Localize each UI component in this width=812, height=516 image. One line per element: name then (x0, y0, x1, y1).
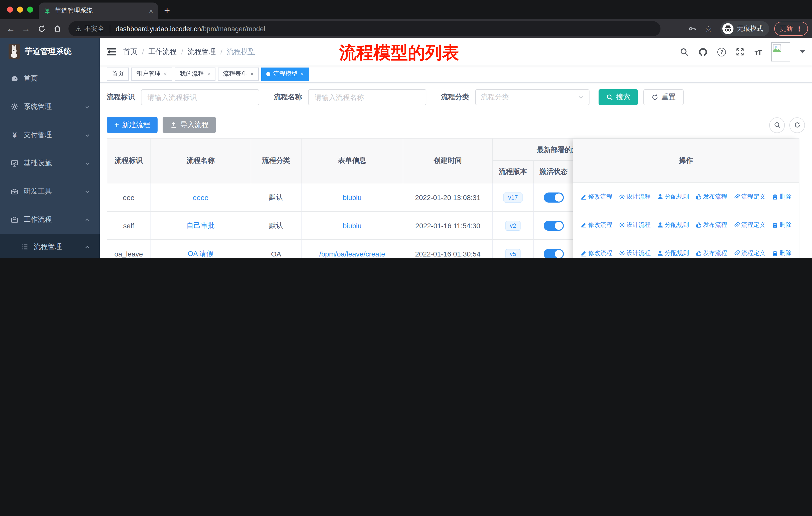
github-icon[interactable] (698, 47, 708, 57)
thumb-up-icon (695, 222, 701, 228)
reload-icon[interactable] (38, 25, 46, 33)
action-delete[interactable]: 删除 (772, 249, 792, 257)
tag-close-icon[interactable]: × (207, 70, 210, 77)
home-icon[interactable] (53, 25, 61, 33)
breadcrumb-home[interactable]: 首页 (123, 47, 138, 56)
tag-process-form[interactable]: 流程表单× (218, 67, 259, 80)
breadcrumb-workflow[interactable]: 工作流程 (148, 47, 177, 56)
chevron-up-icon (85, 217, 90, 222)
avatar-caret-icon[interactable] (800, 50, 805, 53)
import-process-button[interactable]: 导入流程 (163, 117, 216, 133)
action-assign-rules[interactable]: 分配规则 (657, 249, 689, 257)
font-size-icon[interactable]: тT (754, 48, 762, 56)
action-process-definition[interactable]: 流程定义 (733, 221, 765, 229)
action-edit-process[interactable]: 修改流程 (580, 192, 612, 201)
active-toggle[interactable] (544, 249, 563, 258)
process-name-link[interactable]: eeee (193, 193, 208, 201)
forward-icon[interactable]: → (22, 24, 30, 33)
tag-home[interactable]: 首页 (107, 67, 129, 80)
show-search-icon-button[interactable] (769, 117, 785, 133)
action-delete[interactable]: 删除 (772, 221, 792, 229)
chrome-update-button[interactable]: 更新 ⋮ (774, 22, 808, 36)
sidebar-item-workflow[interactable]: 工作流程 (0, 206, 100, 234)
sidebar-item-home[interactable]: 首页 (0, 64, 100, 93)
action-design-process[interactable]: 设计流程 (618, 249, 651, 257)
breadcrumb-process-management[interactable]: 流程管理 (188, 47, 216, 56)
sidebar-item-devtools[interactable]: 研发工具 (0, 178, 100, 206)
process-name-link[interactable]: OA 请假 (188, 249, 214, 258)
sidebar-item-infrastructure[interactable]: 基础设施 (0, 149, 100, 178)
avatar[interactable] (771, 42, 790, 61)
form-info-link[interactable]: biubiu (343, 193, 362, 201)
action-delete[interactable]: 删除 (772, 192, 792, 201)
action-design-process[interactable]: 设计流程 (618, 221, 651, 229)
tag-close-icon[interactable]: × (164, 70, 167, 77)
cell-version: v5 (493, 240, 533, 258)
bookmark-star-icon[interactable]: ☆ (705, 23, 713, 34)
form-info-link[interactable]: /bpm/oa/leave/create (319, 250, 385, 258)
action-process-definition[interactable]: 流程定义 (733, 192, 765, 201)
cell-process-name: 自己审批 (150, 212, 251, 239)
category-select[interactable]: 流程分类 (475, 89, 589, 105)
action-assign-rules[interactable]: 分配规则 (657, 221, 689, 229)
sidebar-collapse-icon[interactable] (107, 48, 116, 56)
sidebar-item-system[interactable]: 系统管理 (0, 93, 100, 121)
sidebar-item-payment[interactable]: ¥ 支付管理 (0, 121, 100, 149)
back-icon[interactable]: ← (6, 24, 15, 33)
cell-created-time: 2022-01-20 13:08:31 (403, 184, 493, 211)
tab-close-icon[interactable]: × (149, 7, 153, 15)
trash-icon (772, 193, 778, 200)
cell-version: v17 (493, 184, 533, 211)
tag-close-icon[interactable]: × (250, 70, 254, 77)
security-label[interactable]: 不安全 (84, 24, 104, 33)
maximize-window-button[interactable] (27, 6, 33, 12)
help-icon[interactable]: ? (718, 48, 726, 56)
password-key-icon[interactable] (688, 24, 697, 33)
window-controls[interactable] (7, 6, 33, 12)
minimize-window-button[interactable] (17, 6, 23, 12)
tag-my-process[interactable]: 我的流程× (175, 67, 215, 80)
sidebar-item-process-management[interactable]: 流程管理 (0, 234, 100, 258)
close-window-button[interactable] (7, 6, 13, 12)
col-header-id: 流程标识 (107, 139, 150, 183)
search-button[interactable]: 搜索 (599, 89, 638, 105)
action-process-definition[interactable]: 流程定义 (733, 249, 765, 257)
action-publish-process[interactable]: 发布流程 (695, 192, 727, 201)
process-name-input[interactable] (308, 89, 426, 105)
app-logo[interactable]: 芋道管理系统 (0, 38, 100, 64)
paperclip-icon (733, 250, 740, 256)
form-info-link[interactable]: biubiu (343, 221, 362, 229)
search-icon[interactable] (680, 47, 689, 56)
active-toggle[interactable] (544, 192, 563, 202)
list-tree-icon (21, 243, 29, 251)
process-model-table: 流程标识 流程名称 流程分类 表单信息 创建时间 最新部署的流程定义 流程版本 … (107, 138, 800, 258)
action-edit-process[interactable]: 修改流程 (580, 249, 612, 257)
cell-category: 默认 (251, 184, 301, 211)
tag-tenant[interactable]: 租户管理× (132, 67, 172, 80)
thumb-up-icon (695, 193, 701, 200)
url-domain: dashboard.yudao.iocoder.cn (116, 25, 201, 32)
yen-icon: ¥ (10, 131, 19, 139)
workflow-submenu: 流程管理 流程表单 用户分组 流程模型 (0, 234, 100, 258)
action-publish-process[interactable]: 发布流程 (695, 221, 727, 229)
url-bar[interactable]: ⚠ 不安全 dashboard.yudao.iocoder.cn/bpm/man… (68, 21, 661, 36)
process-name-link[interactable]: 自己审批 (186, 221, 215, 230)
refresh-icon-button[interactable] (789, 117, 805, 133)
tag-process-model[interactable]: 流程模型× (261, 67, 309, 80)
action-assign-rules[interactable]: 分配规则 (657, 192, 689, 201)
browser-menu-dots-icon[interactable]: ⋮ (796, 25, 803, 32)
col-header-form: 表单信息 (301, 139, 403, 183)
process-id-input[interactable] (141, 89, 259, 105)
active-toggle[interactable] (544, 220, 563, 230)
app-frame: 芋道管理系统 首页 系统管理 ¥ 支付管理 (0, 38, 812, 258)
tag-close-icon[interactable]: × (300, 70, 304, 77)
reset-button[interactable]: 重置 (643, 89, 684, 105)
create-process-button[interactable]: + 新建流程 (107, 117, 158, 133)
action-design-process[interactable]: 设计流程 (618, 192, 651, 201)
update-label[interactable]: 更新 (780, 24, 793, 33)
action-edit-process[interactable]: 修改流程 (580, 221, 612, 229)
action-publish-process[interactable]: 发布流程 (695, 249, 727, 257)
browser-tab[interactable]: 芋道管理系统 × (39, 2, 158, 19)
new-tab-button[interactable]: + (164, 3, 170, 18)
fullscreen-icon[interactable] (736, 47, 745, 56)
